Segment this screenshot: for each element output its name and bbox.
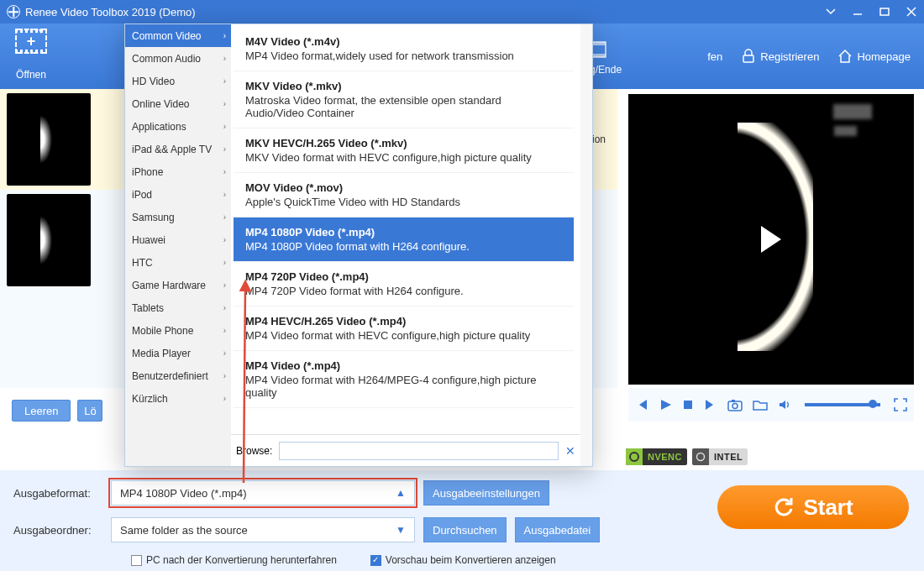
clear-button[interactable]: Leeren bbox=[12, 400, 71, 422]
shutdown-checkbox[interactable]: PC nach der Konvertierung herunterfahren bbox=[131, 554, 337, 566]
format-list[interactable]: M4V Video (*.m4v)MP4 Video format,widely… bbox=[231, 24, 580, 434]
svg-rect-9 bbox=[728, 401, 742, 411]
format-category-list[interactable]: Common Video›Common Audio›HD Video›Onlin… bbox=[125, 24, 231, 466]
homepage-link[interactable]: Homepage bbox=[837, 49, 911, 64]
format-item[interactable]: MP4 Video (*.mp4)MP4 Video format with H… bbox=[234, 351, 574, 408]
format-item[interactable]: MKV HEVC/H.265 Video (*.mkv)MKV Video fo… bbox=[234, 128, 574, 173]
category-item[interactable]: Huawei› bbox=[125, 228, 231, 251]
play-control-button[interactable] bbox=[659, 398, 672, 411]
svg-point-10 bbox=[732, 404, 738, 409]
svg-rect-7 bbox=[743, 55, 753, 62]
lock-icon bbox=[741, 49, 756, 64]
output-file-button[interactable]: Ausgabedatei bbox=[515, 517, 601, 542]
format-item[interactable]: M4V Video (*.m4v)MP4 Video format,widely… bbox=[234, 27, 574, 71]
category-item[interactable]: Mobile Phone› bbox=[125, 319, 231, 342]
stop-button[interactable] bbox=[682, 399, 694, 411]
svg-point-13 bbox=[697, 453, 705, 461]
blurred-region bbox=[834, 126, 857, 136]
category-item[interactable]: Game Hardware› bbox=[125, 274, 231, 296]
preview-checkbox[interactable]: Vorschau beim Konvertieren anzeigen bbox=[370, 554, 556, 566]
video-thumbnail bbox=[7, 194, 91, 286]
home-icon bbox=[837, 49, 853, 64]
browse-label: Browse: bbox=[236, 445, 272, 457]
open-label: Öffnen bbox=[0, 69, 62, 81]
video-preview bbox=[628, 94, 914, 385]
category-item[interactable]: Common Audio› bbox=[125, 47, 231, 70]
chevron-up-icon: ▲ bbox=[396, 487, 406, 499]
clear-input-icon[interactable]: ✕ bbox=[565, 444, 575, 458]
category-item[interactable]: Online Video› bbox=[125, 92, 231, 115]
checkbox-icon bbox=[370, 555, 381, 566]
category-item[interactable]: Media Player› bbox=[125, 342, 231, 364]
folder-button[interactable] bbox=[753, 398, 768, 411]
format-dropdown-popover: Common Video›Common Audio›HD Video›Onlin… bbox=[124, 24, 593, 467]
category-item[interactable]: iPod› bbox=[125, 183, 231, 206]
category-item[interactable]: Common Video› bbox=[125, 24, 231, 47]
link-truncated[interactable]: fen bbox=[707, 50, 722, 63]
volume-slider[interactable] bbox=[805, 403, 880, 406]
maximize-button[interactable] bbox=[879, 6, 890, 18]
checkbox-icon bbox=[131, 555, 142, 566]
output-settings-button[interactable]: Ausgabeeinstellungen bbox=[423, 480, 549, 506]
category-item[interactable]: Kürzlich› bbox=[125, 387, 231, 410]
category-item[interactable]: Applications› bbox=[125, 115, 231, 138]
prev-button[interactable] bbox=[635, 398, 648, 411]
category-item[interactable]: Samsung› bbox=[125, 206, 231, 228]
category-item[interactable]: HD Video› bbox=[125, 70, 231, 92]
video-thumbnail bbox=[7, 93, 91, 186]
chevron-down-icon: ▼ bbox=[396, 524, 406, 536]
svg-rect-1 bbox=[880, 8, 889, 15]
browse-button[interactable]: Durchsuchen bbox=[423, 517, 507, 542]
browse-input[interactable] bbox=[279, 442, 559, 460]
volume-icon[interactable] bbox=[778, 398, 791, 411]
register-link[interactable]: Registrieren bbox=[741, 49, 819, 64]
output-format-label: Ausgabeformat: bbox=[13, 487, 102, 500]
fullscreen-button[interactable] bbox=[894, 398, 907, 411]
snapshot-button[interactable] bbox=[727, 398, 743, 411]
output-format-combo[interactable]: MP4 1080P Video (*.mp4) ▲ bbox=[111, 480, 415, 506]
open-file-button[interactable]: + ▾ Öffnen bbox=[0, 24, 62, 89]
close-button[interactable] bbox=[906, 6, 917, 18]
output-folder-label: Ausgabeordner: bbox=[13, 524, 102, 537]
category-item[interactable]: iPad && Apple TV› bbox=[125, 138, 231, 160]
format-item[interactable]: MP4 HEVC/H.265 Video (*.mp4)MP4 Video fo… bbox=[234, 306, 574, 351]
svg-point-12 bbox=[630, 453, 638, 461]
category-item[interactable]: iPhone› bbox=[125, 160, 231, 183]
output-folder-combo[interactable]: Same folder as the source ▼ bbox=[111, 517, 415, 542]
window-title: Renee Video Toolbox 2019 (Demo) bbox=[25, 6, 196, 18]
scrollbar[interactable] bbox=[580, 24, 592, 466]
format-item[interactable]: MP4 720P Video (*.mp4)MP4 720P Video for… bbox=[234, 262, 574, 306]
blurred-region bbox=[833, 104, 872, 119]
app-logo-icon bbox=[7, 5, 20, 18]
svg-rect-11 bbox=[732, 400, 735, 402]
format-item[interactable]: MKV Video (*.mkv)Matroska Video format, … bbox=[234, 71, 574, 128]
intel-badge: INTEL bbox=[692, 448, 748, 465]
browse-row: Browse: ✕ bbox=[231, 434, 580, 466]
menu-down-icon[interactable] bbox=[825, 6, 837, 18]
play-button[interactable] bbox=[761, 226, 781, 253]
refresh-icon bbox=[773, 496, 795, 518]
title-bar: Renee Video Toolbox 2019 (Demo) bbox=[0, 0, 924, 24]
nvenc-badge: NVENC bbox=[626, 448, 687, 465]
start-button[interactable]: Start bbox=[717, 485, 909, 529]
output-settings-panel: Ausgabeformat: MP4 1080P Video (*.mp4) ▲… bbox=[0, 470, 924, 571]
svg-rect-8 bbox=[684, 401, 692, 409]
minimize-button[interactable] bbox=[852, 6, 864, 18]
media-controls bbox=[628, 388, 914, 422]
format-item[interactable]: MOV Video (*.mov)Apple's QuickTime Video… bbox=[234, 173, 574, 217]
delete-button[interactable]: Lö bbox=[77, 400, 102, 422]
category-item[interactable]: Benutzerdefiniert› bbox=[125, 364, 231, 387]
next-button[interactable] bbox=[704, 398, 717, 411]
category-item[interactable]: Tablets› bbox=[125, 296, 231, 319]
category-item[interactable]: HTC› bbox=[125, 251, 231, 274]
format-item[interactable]: MP4 1080P Video (*.mp4)MP4 1080P Video f… bbox=[234, 217, 574, 262]
